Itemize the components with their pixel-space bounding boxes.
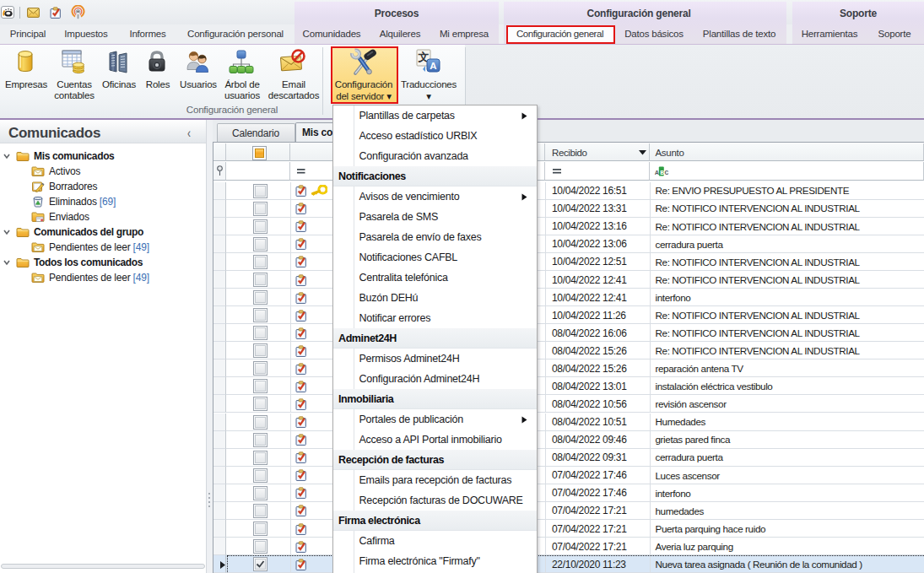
svg-text:A: A: [655, 169, 659, 176]
svg-text:C: C: [665, 169, 669, 176]
svg-text:B: B: [660, 169, 664, 176]
svg-text:A: A: [430, 61, 436, 71]
